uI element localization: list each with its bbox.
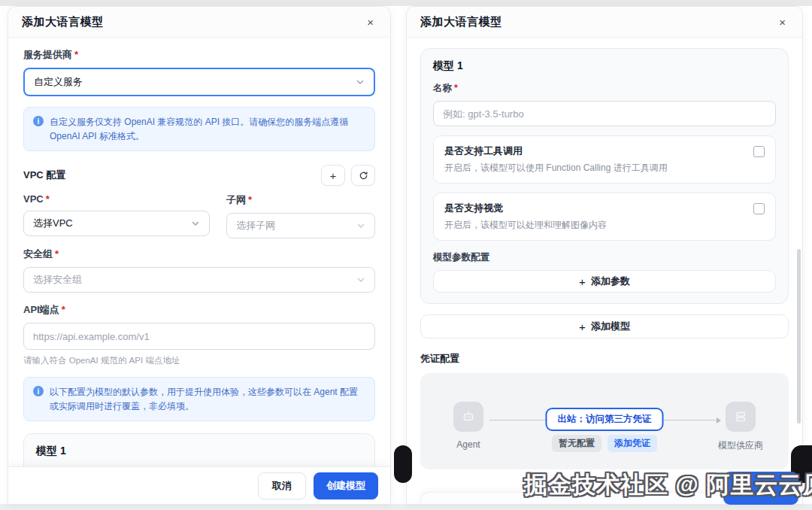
outbound-access-pill[interactable]: 出站：访问第三方凭证: [546, 408, 664, 431]
notice-text: 以下配置为模型的默认参数，用于提升使用体验，这些参数可以在 Agent 配置或实…: [50, 385, 365, 413]
vision-toggle-card: 是否支持视觉 开启后，该模型可以处理和理解图像内容: [433, 193, 776, 241]
top-gray-strip: [0, 0, 812, 6]
bottom-gray-strip: [0, 504, 812, 510]
model-params-label: 模型参数配置: [433, 251, 776, 264]
refresh-vpc-button[interactable]: [351, 165, 375, 186]
dialog-header: 添加大语言模型 ×: [407, 7, 802, 38]
agent-node-label: Agent: [443, 439, 494, 450]
vision-checkbox[interactable]: [753, 203, 765, 214]
chevron-down-icon: [356, 221, 365, 230]
model-provider-node: [726, 402, 756, 432]
chevron-down-icon: [191, 219, 200, 228]
dark-capsule-left: [394, 445, 412, 483]
watermark-text: 掘金技术社区 @ 阿里云云原生: [524, 469, 812, 501]
add-vpc-button[interactable]: +: [321, 165, 345, 186]
provider-select[interactable]: 自定义服务: [23, 68, 375, 96]
scrollbar-thumb[interactable]: [797, 249, 801, 423]
subnet-label: 子网*: [226, 193, 375, 207]
provider-select-value: 自定义服务: [34, 75, 83, 89]
robot-icon: [461, 409, 476, 424]
tool-calling-checkbox[interactable]: [753, 146, 765, 157]
dialog-title: 添加大语言模型: [420, 15, 502, 29]
refresh-icon: [359, 171, 368, 181]
vpc-label: VPC*: [23, 193, 210, 205]
openai-compat-notice: i 自定义服务仅支持 OpenAI 兼容规范的 API 接口。请确保您的服务端点…: [23, 107, 375, 151]
tool-calling-toggle-card: 是否支持工具调用 开启后，该模型可以使用 Function Calling 进行…: [433, 135, 776, 184]
default-params-notice: i 以下配置为模型的默认参数，用于提升使用体验，这些参数可以在 Agent 配置…: [23, 377, 375, 421]
vpc-section-title: VPC 配置: [23, 168, 65, 182]
subnet-select[interactable]: 选择子网: [226, 213, 375, 238]
vpc-select-value: 选择VPC: [33, 217, 73, 230]
security-group-label: 安全组*: [23, 247, 375, 261]
model-name-label: 名称*: [433, 82, 776, 95]
security-group-select[interactable]: 选择安全组: [23, 267, 375, 293]
agent-node: [453, 402, 483, 432]
dialog-add-llm-left: 添加大语言模型 × 服务提供商* 自定义服务 i 自定义服务仅支持 OpenAI…: [8, 6, 391, 504]
cancel-button[interactable]: 取消: [258, 472, 306, 499]
subnet-select-placeholder: 选择子网: [236, 219, 275, 232]
add-parameter-button[interactable]: + 添加参数: [433, 270, 776, 293]
close-icon[interactable]: ×: [364, 15, 377, 29]
vpc-select[interactable]: 选择VPC: [23, 211, 210, 236]
api-endpoint-input[interactable]: [23, 323, 375, 350]
required-mark: *: [62, 304, 65, 315]
tool-calling-label: 是否支持工具调用: [444, 144, 668, 158]
dialog-add-llm-right: 添加大语言模型 × 模型 1 名称* 是否支持工具调用 开启后，该模型可以使用 …: [406, 6, 803, 504]
vision-label: 是否支持视觉: [444, 202, 607, 215]
required-mark: *: [248, 194, 252, 205]
add-model-button[interactable]: + 添加模型: [420, 314, 789, 338]
info-icon: i: [33, 116, 44, 126]
model-card-title: 模型 1: [36, 445, 362, 458]
add-credential-link[interactable]: 添加凭证: [607, 435, 657, 452]
chevron-down-icon: [356, 275, 365, 284]
dialog-title: 添加大语言模型: [22, 15, 104, 29]
close-icon[interactable]: ×: [776, 15, 789, 29]
notice-text: 自定义服务仅支持 OpenAI 兼容规范的 API 接口。请确保您的服务端点遵循…: [50, 115, 365, 143]
server-icon: [733, 409, 748, 424]
outbound-card-title: 出站：第三方凭证配置: [453, 503, 756, 505]
api-endpoint-label: API端点*: [23, 303, 375, 317]
dialog-header: 添加大语言模型 ×: [8, 7, 390, 38]
required-mark: *: [74, 49, 78, 60]
plus-icon: +: [579, 320, 586, 333]
credentials-section-title: 凭证配置: [420, 352, 789, 366]
vision-desc: 开启后，该模型可以处理和理解图像内容: [444, 219, 607, 232]
plus-icon: +: [579, 275, 586, 288]
security-group-placeholder: 选择安全组: [33, 273, 82, 287]
chevron-down-icon: [356, 77, 365, 87]
credentials-flow-diagram: Agent 出站：访问第三方凭证 暂无配置 添加凭证 模型供应商: [420, 373, 789, 469]
provider-label: 服务提供商*: [23, 48, 375, 62]
required-mark: *: [55, 248, 59, 260]
dialog-footer: 取消 创建模型: [8, 466, 390, 504]
model-card-title: 模型 1: [433, 59, 776, 73]
no-config-badge: 暂无配置: [552, 435, 601, 452]
info-icon: i: [33, 386, 44, 396]
tool-calling-desc: 开启后，该模型可以使用 Function Calling 进行工具调用: [444, 162, 668, 175]
required-mark: *: [46, 193, 50, 205]
required-mark: *: [454, 83, 458, 93]
model-provider-node-label: 模型供应商: [706, 439, 775, 452]
dialog-body: 模型 1 名称* 是否支持工具调用 开启后，该模型可以使用 Function C…: [407, 38, 802, 504]
flow-arrow-head: [717, 417, 721, 423]
api-endpoint-helper: 请输入符合 OpenAI 规范的 API 端点地址: [23, 355, 375, 366]
model-1-card: 模型 1 名称* 是否支持工具调用 开启后，该模型可以使用 Function C…: [420, 48, 789, 304]
key-icon: [433, 503, 446, 504]
create-model-button[interactable]: 创建模型: [314, 472, 378, 499]
dialog-body: 服务提供商* 自定义服务 i 自定义服务仅支持 OpenAI 兼容规范的 API…: [8, 38, 390, 504]
model-name-input[interactable]: [433, 101, 776, 126]
